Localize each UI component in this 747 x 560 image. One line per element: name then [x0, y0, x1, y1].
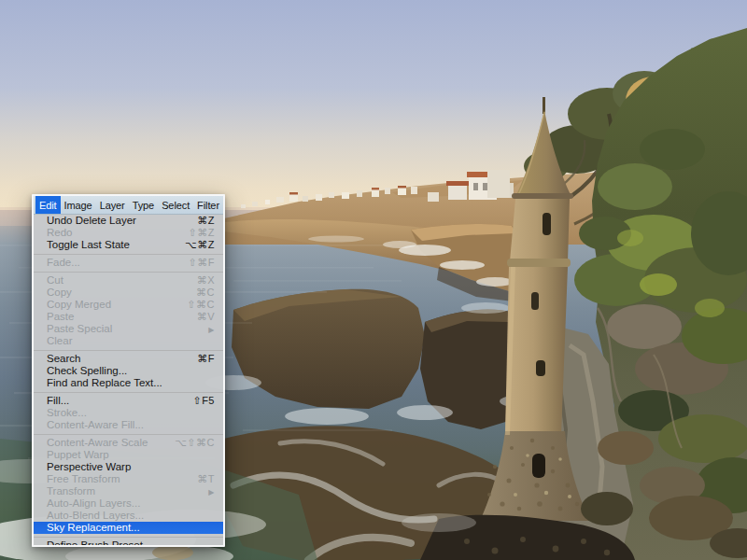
menu-item-label: Paste — [47, 311, 74, 323]
menu-item-cut: Cut⌘X — [34, 274, 223, 287]
menu-item-label: Cut — [47, 274, 63, 287]
menu-separator — [34, 272, 223, 273]
menu-item-find-and-replace-text[interactable]: Find and Replace Text... — [34, 377, 223, 389]
menu-item-undo-delete-layer[interactable]: Undo Delete Layer⌘Z — [34, 215, 223, 227]
menu-item-shortcut: ⌥⇧⌘C — [175, 437, 215, 449]
menu-item-label: Auto-Blend Layers... — [47, 510, 144, 522]
menu-item-redo: Redo⇧⌘Z — [34, 227, 223, 239]
menu-item-clear: Clear — [34, 335, 223, 347]
menu-item-label: Auto-Align Layers... — [47, 497, 140, 510]
menu-item-label: Copy Merged — [47, 299, 111, 311]
menu-item-shortcut: ⌘X — [197, 274, 215, 287]
menubar-item-select[interactable]: Select — [158, 196, 193, 214]
menu-item-label: Transform — [47, 485, 95, 497]
menu-item-label: Content-Aware Fill... — [47, 419, 144, 431]
menu-item-label: Puppet Warp — [47, 449, 109, 461]
menu-item-shortcut: ⇧⌘C — [187, 299, 215, 311]
menu-item-shortcut: ⌘Z — [197, 215, 215, 227]
menu-item-copy: Copy⌘C — [34, 287, 223, 299]
menu-item-label: Find and Replace Text... — [47, 377, 162, 389]
menu-item-label: Define Brush Preset... — [47, 539, 152, 547]
menu-item-perspective-warp[interactable]: Perspective Warp — [34, 461, 223, 473]
menu-item-label: Toggle Last State — [47, 239, 130, 251]
menu-item-toggle-last-state[interactable]: Toggle Last State⌥⌘Z — [34, 239, 223, 251]
photo-beach-foam — [402, 513, 476, 532]
menubar: EditImageLayerTypeSelectFilter — [34, 196, 223, 215]
menu-separator — [34, 537, 223, 538]
menu-item-label: Content-Aware Scale — [47, 437, 148, 449]
menu-item-label: Redo — [47, 227, 73, 239]
submenu-arrow-icon: ▶ — [208, 324, 215, 336]
submenu-arrow-icon: ▶ — [208, 486, 215, 498]
menu-item-label: Search — [47, 353, 80, 365]
menu-item-content-aware-scale: Content-Aware Scale⌥⇧⌘C — [34, 437, 223, 449]
edit-menu-list: Undo Delete Layer⌘ZRedo⇧⌘ZToggle Last St… — [34, 215, 223, 545]
menu-item-paste-special: Paste Special▶ — [34, 323, 223, 335]
menu-item-label: Stroke... — [47, 407, 87, 419]
menu-item-label: Check Spelling... — [47, 365, 127, 377]
menu-item-stroke: Stroke... — [34, 407, 223, 419]
menu-item-define-brush-preset[interactable]: Define Brush Preset... — [34, 539, 223, 547]
menu-separator — [34, 350, 223, 351]
menu-item-label: Fill... — [47, 395, 69, 407]
menu-item-shortcut: ⇧⌘F — [189, 257, 215, 269]
menu-item-sky-replacement[interactable]: Sky Replacement... — [34, 522, 223, 534]
menu-item-label: Copy — [47, 287, 72, 299]
menu-item-label: Paste Special — [47, 323, 112, 335]
edit-menu-panel: EditImageLayerTypeSelectFilter Undo Dele… — [32, 194, 225, 547]
menu-separator — [34, 434, 223, 435]
menu-item-copy-merged: Copy Merged⇧⌘C — [34, 299, 223, 311]
menu-item-shortcut: ⌘T — [197, 473, 215, 485]
menu-item-label: Sky Replacement... — [47, 522, 140, 534]
menu-item-label: Free Transform — [47, 473, 120, 485]
photoshop-window: EditImageLayerTypeSelectFilter Undo Dele… — [0, 0, 747, 560]
menu-item-puppet-warp: Puppet Warp — [34, 449, 223, 461]
menu-item-transform: Transform▶ — [34, 485, 223, 497]
menu-item-shortcut: ⌘C — [196, 287, 215, 299]
menu-item-auto-align-layers: Auto-Align Layers... — [34, 497, 223, 510]
menu-item-content-aware-fill: Content-Aware Fill... — [34, 419, 223, 431]
menubar-item-filter[interactable]: Filter — [193, 196, 223, 214]
menu-item-auto-blend-layers: Auto-Blend Layers... — [34, 510, 223, 522]
menu-item-fade: Fade...⇧⌘F — [34, 257, 223, 269]
menubar-item-image[interactable]: Image — [61, 196, 96, 214]
menu-item-label: Fade... — [47, 257, 80, 269]
menu-item-paste: Paste⌘V — [34, 311, 223, 323]
photo-foreground-bush — [581, 492, 633, 525]
menu-item-label: Clear — [47, 335, 72, 347]
menu-item-fill[interactable]: Fill...⇧F5 — [34, 395, 223, 407]
menu-item-shortcut: ⇧F5 — [192, 395, 215, 407]
menubar-item-edit[interactable]: Edit — [35, 196, 61, 214]
menu-item-shortcut: ⌘F — [197, 353, 215, 365]
menu-item-search[interactable]: Search⌘F — [34, 353, 223, 365]
menu-item-label: Undo Delete Layer — [47, 215, 136, 227]
menu-item-shortcut: ⇧⌘Z — [189, 227, 215, 239]
menubar-item-layer[interactable]: Layer — [96, 196, 129, 214]
menu-separator — [34, 392, 223, 393]
menu-item-shortcut: ⌘V — [197, 311, 215, 323]
menu-separator — [34, 254, 223, 255]
menu-item-label: Perspective Warp — [47, 461, 131, 473]
menubar-item-type[interactable]: Type — [129, 196, 158, 214]
menu-item-shortcut: ⌥⌘Z — [185, 239, 215, 251]
menu-item-check-spelling[interactable]: Check Spelling... — [34, 365, 223, 377]
menu-item-free-transform: Free Transform⌘T — [34, 473, 223, 485]
